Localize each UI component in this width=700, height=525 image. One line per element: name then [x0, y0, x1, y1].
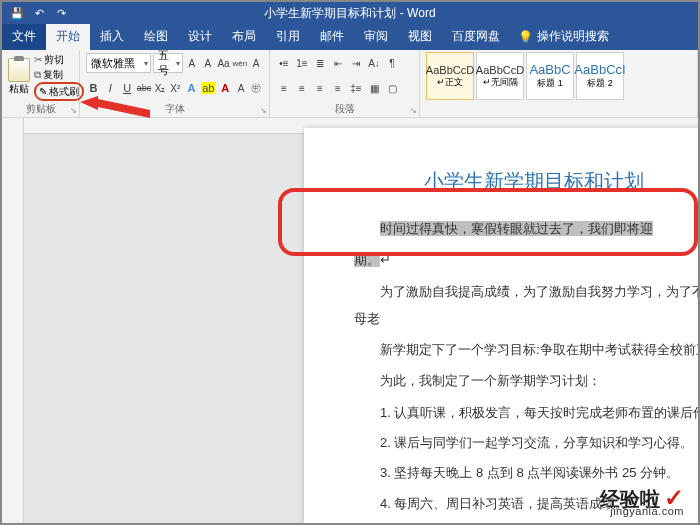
shading-button[interactable]: ▦	[366, 78, 382, 98]
list-item-1[interactable]: 1. 认真听课，积极发言，每天按时完成老师布置的课后作业和	[380, 399, 698, 426]
sort-button[interactable]: A↓	[366, 53, 382, 73]
group-paragraph: •≡ 1≡ ≣ ⇤ ⇥ A↓ ¶ ≡ ≡ ≡ ≡ ‡≡ ▦ ▢ 段落 ↘	[270, 50, 420, 117]
font-name-combo[interactable]: 微软雅黑	[86, 53, 151, 73]
tab-baidu[interactable]: 百度网盘	[442, 23, 510, 50]
brush-icon: ✎	[39, 84, 47, 99]
shrink-font-button[interactable]: A	[201, 53, 215, 73]
paragraph-1b[interactable]: 期。↵	[354, 246, 698, 273]
style-name: ↵正文	[437, 76, 463, 89]
superscript-button[interactable]: X²	[169, 78, 182, 98]
ribbon: 粘贴 ✂ 剪切 ⧉ 复制 ✎ 格式刷 剪贴板 ↘ 微软雅黑	[2, 50, 698, 118]
selected-text[interactable]: 时间过得真快，寒假转眼就过去了，我们即将迎	[380, 221, 653, 236]
clipboard-dialog-launcher-icon[interactable]: ↘	[70, 106, 77, 115]
tab-references[interactable]: 引用	[266, 23, 310, 50]
bullets-button[interactable]: •≡	[276, 53, 292, 73]
group-font: 微软雅黑 五号 A A Aa wén A B I U abc X₂ X² A a…	[80, 50, 270, 117]
lightbulb-icon: 💡	[518, 30, 533, 44]
change-case-button[interactable]: Aa	[217, 53, 231, 73]
tab-draw[interactable]: 绘图	[134, 23, 178, 50]
font-dialog-launcher-icon[interactable]: ↘	[260, 106, 267, 115]
paragraph-dialog-launcher-icon[interactable]: ↘	[410, 106, 417, 115]
tab-file[interactable]: 文件	[2, 23, 46, 50]
style-heading1[interactable]: AaBbC 标题 1	[526, 52, 574, 100]
group-clipboard: 粘贴 ✂ 剪切 ⧉ 复制 ✎ 格式刷 剪贴板 ↘	[2, 50, 80, 117]
tab-review[interactable]: 审阅	[354, 23, 398, 50]
borders-button[interactable]: ▢	[384, 78, 400, 98]
italic-button[interactable]: I	[103, 78, 118, 98]
phonetic-guide-button[interactable]: wén	[233, 53, 248, 73]
paragraph-3[interactable]: 新学期定下了一个学习目标:争取在期中考试获得全校前三名。	[354, 336, 698, 363]
show-marks-button[interactable]: ¶	[384, 53, 400, 73]
style-name: 标题 2	[587, 77, 613, 90]
watermark: 经验啦 ✓ jingyanla.com	[600, 484, 684, 513]
text-effects-button[interactable]: A	[184, 78, 199, 98]
list-item-2[interactable]: 2. 课后与同学们一起学习交流，分享知识和学习心得。	[380, 429, 698, 456]
font-group-label: 字体	[86, 102, 263, 117]
document-title[interactable]: 小学生新学期目标和计划	[424, 168, 698, 195]
style-normal[interactable]: AaBbCcD ↵正文	[426, 52, 474, 100]
save-icon[interactable]: 💾	[10, 6, 24, 20]
tab-view[interactable]: 视图	[398, 23, 442, 50]
line-spacing-button[interactable]: ‡≡	[348, 78, 364, 98]
highlight-button[interactable]: ab	[201, 78, 216, 98]
style-no-spacing[interactable]: AaBbCcD ↵无间隔	[476, 52, 524, 100]
char-shading-button[interactable]: A	[235, 78, 248, 98]
underline-button[interactable]: U	[120, 78, 135, 98]
style-heading2[interactable]: AaBbCcI 标题 2	[576, 52, 624, 100]
document-area: 小学生新学期目标和计划 时间过得真快，寒假转眼就过去了，我们即将迎 期。↵ 为了…	[2, 118, 698, 523]
vertical-ruler[interactable]	[2, 118, 24, 523]
justify-button[interactable]: ≡	[330, 78, 346, 98]
style-sample: AaBbCcD	[476, 64, 524, 76]
tab-layout[interactable]: 布局	[222, 23, 266, 50]
char-border-button[interactable]: A	[249, 53, 263, 73]
document-page[interactable]: 小学生新学期目标和计划 时间过得真快，寒假转眼就过去了，我们即将迎 期。↵ 为了…	[304, 128, 698, 523]
bold-button[interactable]: B	[86, 78, 101, 98]
title-bar: 💾 ↶ ↷ 小学生新学期目标和计划 - Word	[2, 2, 698, 24]
tab-insert[interactable]: 插入	[90, 23, 134, 50]
font-color-button[interactable]: A	[218, 78, 233, 98]
numbering-button[interactable]: 1≡	[294, 53, 310, 73]
grow-font-button[interactable]: A	[185, 53, 199, 73]
watermark-url: jingyanla.com	[610, 505, 684, 517]
quick-access-toolbar: 💾 ↶ ↷	[2, 6, 68, 20]
style-name: ↵无间隔	[483, 76, 518, 89]
paragraph-4[interactable]: 为此，我制定了一个新学期学习计划：	[354, 367, 698, 394]
tab-design[interactable]: 设计	[178, 23, 222, 50]
style-sample: AaBbCcI	[574, 62, 625, 77]
align-left-button[interactable]: ≡	[276, 78, 292, 98]
cut-button[interactable]: ✂ 剪切	[34, 52, 84, 67]
tell-me[interactable]: 💡 操作说明搜索	[510, 23, 617, 50]
copy-icon: ⧉	[34, 67, 41, 82]
copy-button[interactable]: ⧉ 复制	[34, 67, 84, 82]
style-sample: AaBbCcD	[426, 64, 474, 76]
selected-text-b[interactable]: 期。	[354, 252, 380, 267]
paragraph-1[interactable]: 时间过得真快，寒假转眼就过去了，我们即将迎	[354, 215, 698, 242]
style-name: 标题 1	[537, 77, 563, 90]
cut-label: 剪切	[44, 52, 64, 67]
strikethrough-button[interactable]: abc	[137, 78, 152, 98]
format-painter-label: 格式刷	[49, 84, 79, 99]
page-viewport[interactable]: 小学生新学期目标和计划 时间过得真快，寒假转眼就过去了，我们即将迎 期。↵ 为了…	[24, 118, 698, 523]
align-right-button[interactable]: ≡	[312, 78, 328, 98]
redo-icon[interactable]: ↷	[54, 6, 68, 20]
multilevel-button[interactable]: ≣	[312, 53, 328, 73]
paragraph-2[interactable]: 为了激励自我提高成绩，为了激励自我努力学习，为了不辜负父母老	[354, 278, 698, 333]
undo-icon[interactable]: ↶	[32, 6, 46, 20]
subscript-button[interactable]: X₂	[154, 78, 167, 98]
ribbon-tabs: 文件 开始 插入 绘图 设计 布局 引用 邮件 审阅 视图 百度网盘 💡 操作说…	[2, 24, 698, 50]
tab-mail[interactable]: 邮件	[310, 23, 354, 50]
align-center-button[interactable]: ≡	[294, 78, 310, 98]
format-painter-button[interactable]: ✎ 格式刷	[34, 82, 84, 101]
group-styles: AaBbCcD ↵正文 AaBbCcD ↵无间隔 AaBbC 标题 1 AaBb…	[420, 50, 698, 117]
paste-icon	[8, 58, 30, 82]
list-item-3[interactable]: 3. 坚持每天晚上 8 点到 8 点半阅读课外书 25 分钟。	[380, 459, 698, 486]
paste-button[interactable]: 粘贴	[8, 52, 30, 102]
list-item-5[interactable]: 5. 积极参加学校的文化竞赛活动	[380, 520, 698, 523]
decrease-indent-button[interactable]: ⇤	[330, 53, 346, 73]
enclose-char-button[interactable]: ㊥	[250, 78, 263, 98]
font-size-combo[interactable]: 五号	[153, 53, 183, 73]
tell-me-label: 操作说明搜索	[537, 28, 609, 45]
tab-home[interactable]: 开始	[46, 23, 90, 50]
style-sample: AaBbC	[529, 62, 570, 77]
increase-indent-button[interactable]: ⇥	[348, 53, 364, 73]
